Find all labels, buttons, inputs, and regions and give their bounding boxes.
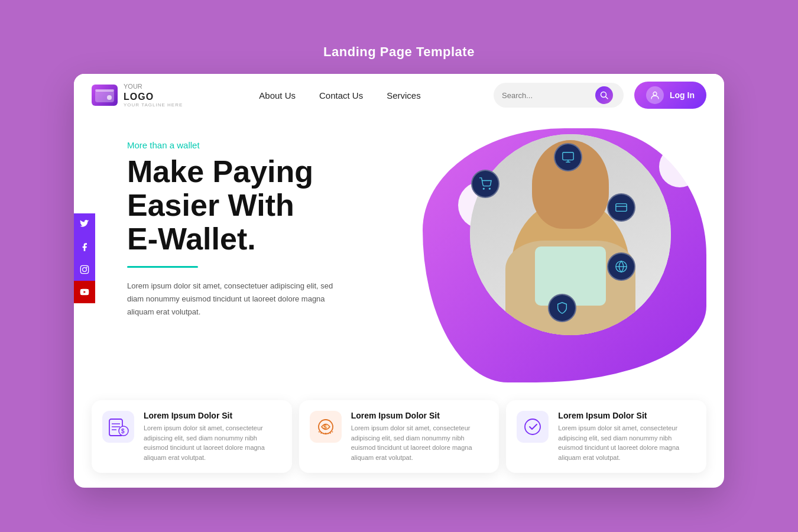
feature-cards: $ Lorem Ipsum Dolor Sit Lorem ipsum dolo… [74, 400, 724, 488]
feature-card-1: $ Lorem Ipsum Dolor Sit Lorem ipsum dolo… [92, 400, 292, 473]
nav-services[interactable]: Services [387, 90, 421, 100]
social-instagram[interactable] [74, 258, 95, 281]
feature-card-2: $ Lorem Ipsum Dolor Sit Lorem ipsum dolo… [299, 400, 499, 473]
nav-about[interactable]: About Us [259, 90, 296, 100]
logo-area[interactable]: YOUR LOGO YOUR TAGLINE HERE [92, 83, 186, 107]
social-sidebar [74, 213, 95, 303]
svg-point-3 [107, 95, 112, 100]
landing-page-card: YOUR LOGO YOUR TAGLINE HERE About Us Con… [74, 74, 724, 488]
feature-icon-1: $ [102, 411, 134, 443]
hero-section: More than a wallet Make Paying Easier Wi… [74, 116, 724, 400]
svg-rect-29 [517, 411, 549, 443]
logo-text: YOUR LOGO YOUR TAGLINE HERE [124, 83, 183, 107]
feature-content-1: Lorem Ipsum Dolor Sit Lorem ipsum dolor … [144, 411, 281, 462]
search-icon [600, 91, 608, 99]
login-button[interactable]: Log In [634, 82, 706, 109]
social-youtube[interactable] [74, 281, 95, 303]
svg-point-8 [83, 268, 87, 272]
feature-content-2: Lorem Ipsum Dolor Sit Lorem ipsum dolor … [351, 411, 489, 462]
float-icon-1 [471, 170, 499, 198]
hero-divider [127, 266, 198, 268]
hero-subtitle: More than a wallet [127, 140, 387, 150]
svg-rect-7 [80, 265, 88, 273]
feature-card-3: Lorem Ipsum Dolor Sit Lorem ipsum dolor … [506, 400, 706, 473]
hero-title: Make Paying Easier With E-Wallet. [127, 155, 387, 257]
feature-icon-2: $ [310, 411, 342, 443]
float-icon-2 [554, 143, 582, 171]
search-area [494, 83, 624, 108]
float-icon-4 [607, 252, 635, 281]
user-icon [650, 90, 660, 100]
social-facebook[interactable] [74, 236, 95, 258]
search-button[interactable] [595, 86, 613, 104]
float-icon-3 [607, 193, 635, 222]
float-icon-5 [548, 294, 576, 322]
navbar: YOUR LOGO YOUR TAGLINE HERE About Us Con… [74, 74, 724, 116]
svg-line-5 [606, 97, 608, 99]
hero-content: More than a wallet Make Paying Easier Wi… [103, 134, 387, 388]
search-input[interactable] [502, 91, 591, 100]
nav-links: About Us Contact Us Services [186, 90, 494, 100]
hero-description: Lorem ipsum dolor sit amet, consectetuer… [127, 280, 340, 319]
feature-content-3: Lorem Ipsum Dolor Sit Lorem ipsum dolor … [558, 411, 696, 462]
svg-rect-12 [563, 153, 573, 160]
svg-point-10 [483, 188, 484, 189]
svg-text:$: $ [121, 428, 125, 434]
svg-rect-2 [95, 89, 114, 92]
svg-point-9 [86, 267, 87, 268]
svg-text:$: $ [323, 424, 327, 430]
svg-point-11 [489, 188, 490, 189]
feature-icon-3 [517, 411, 549, 443]
nav-contact[interactable]: Contact Us [319, 90, 363, 100]
page-title: Landing Page Template [323, 44, 475, 60]
logo-icon [92, 85, 118, 106]
login-avatar [646, 86, 664, 104]
svg-rect-15 [616, 204, 627, 212]
svg-point-6 [653, 92, 657, 96]
social-twitter[interactable] [74, 213, 95, 236]
hero-image-area [387, 134, 695, 388]
